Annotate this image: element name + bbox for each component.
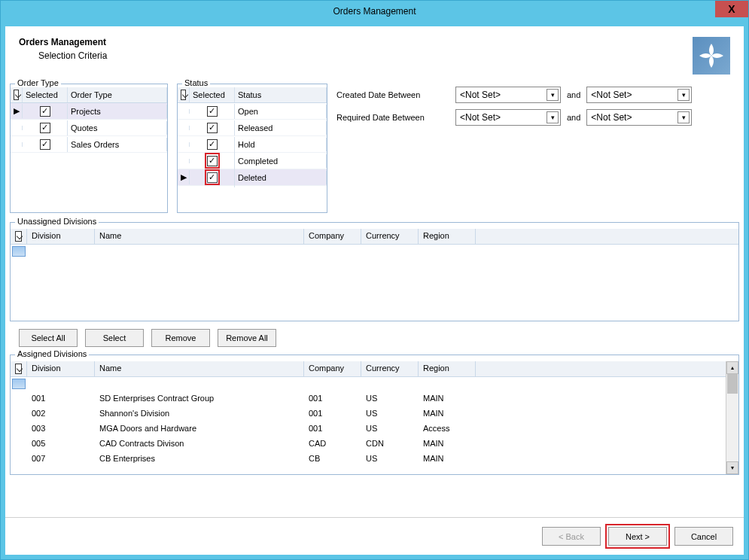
unassigned-col-currency[interactable]: Currency (361, 229, 419, 244)
assigned-row-currency: CDN (361, 437, 419, 449)
assigned-division-row[interactable]: 001 SD Enterprises Contract Group 001 US… (11, 391, 726, 406)
cancel-button[interactable]: Cancel (674, 527, 733, 546)
assigned-row-region: MAIN (419, 407, 476, 419)
status-header-checkbox[interactable] (181, 90, 186, 100)
status-row-checkbox[interactable] (207, 156, 218, 166)
status-legend: Status (182, 78, 210, 87)
status-row-checkbox[interactable] (207, 172, 218, 183)
order-type-legend: Order Type (15, 78, 61, 87)
assigned-division-row[interactable]: 002 Shannon's Division 001 US MAIN (11, 406, 726, 421)
close-button[interactable]: X (715, 1, 748, 17)
assigned-row-division: 002 (27, 407, 95, 419)
status-row-checkbox[interactable] (207, 123, 218, 133)
status-row-label: Released (235, 121, 327, 135)
assigned-row-division: 001 (27, 392, 95, 404)
remove-all-button[interactable]: Remove All (218, 329, 276, 347)
unassigned-col-division[interactable]: Division (27, 229, 95, 244)
assigned-row-division: 003 (27, 422, 95, 434)
row-indicator-icon (178, 159, 190, 163)
order-type-col-type[interactable]: Order Type (68, 87, 167, 102)
assigned-row-company: 001 (304, 422, 361, 434)
unassigned-header-checkbox[interactable] (15, 231, 22, 242)
status-row[interactable]: Released (178, 120, 327, 136)
scroll-down-icon[interactable]: ▾ (726, 461, 738, 474)
assigned-scrollbar[interactable]: ▴ ▾ (726, 361, 738, 474)
created-date-label: Created Date Between (336, 90, 449, 99)
select-all-button[interactable]: Select All (19, 329, 78, 347)
required-date-label: Required Date Between (336, 113, 449, 122)
app-logo-icon (693, 37, 730, 75)
chevron-down-icon: ▾ (677, 89, 690, 101)
assigned-row-division: 005 (27, 437, 95, 449)
status-row-checkbox[interactable] (207, 139, 218, 150)
order-type-row[interactable]: Sales Orders (11, 136, 167, 153)
assigned-division-row[interactable]: 007 CB Enterprises CB US MAIN (11, 451, 726, 466)
back-button[interactable]: < Back (542, 527, 601, 546)
row-indicator-icon: ▶ (11, 104, 23, 118)
assigned-row-company: CB (304, 452, 361, 464)
page-title: Orders Management (19, 37, 107, 47)
assigned-row-currency: US (361, 422, 419, 434)
created-date-from-combo[interactable]: <Not Set>▾ (455, 87, 561, 103)
orders-management-window: Orders Management X Orders Management Se… (0, 0, 749, 560)
order-type-row-label: Quotes (68, 121, 167, 135)
assigned-col-currency[interactable]: Currency (361, 361, 419, 376)
required-date-from-combo[interactable]: <Not Set>▾ (455, 109, 561, 126)
select-button[interactable]: Select (85, 329, 144, 347)
page-subtitle: Selection Criteria (19, 50, 107, 61)
filter-icon (12, 379, 26, 389)
assigned-header-checkbox[interactable] (15, 364, 22, 374)
status-col-status[interactable]: Status (235, 87, 327, 102)
created-date-to-combo[interactable]: <Not Set>▾ (586, 87, 692, 103)
order-type-row[interactable]: ▶ Projects (11, 103, 167, 120)
assigned-row-name: Shannon's Division (95, 407, 304, 419)
order-type-row-checkbox[interactable] (40, 106, 50, 117)
status-row-label: Completed (235, 154, 327, 168)
row-indicator-icon (178, 142, 190, 147)
chevron-down-icon: ▾ (547, 111, 559, 123)
assigned-row-region: MAIN (419, 392, 476, 404)
unassigned-col-name[interactable]: Name (95, 229, 304, 244)
assigned-row-currency: US (361, 407, 419, 419)
unassigned-filter-row[interactable] (11, 245, 738, 258)
assigned-col-name[interactable]: Name (95, 361, 304, 376)
order-type-header-checkbox[interactable] (14, 90, 19, 100)
scroll-thumb[interactable] (727, 374, 738, 394)
status-row-label: Hold (235, 138, 327, 151)
status-row-label: Open (235, 105, 327, 118)
assigned-row-company: 001 (304, 392, 361, 404)
date-filters: Created Date Between <Not Set>▾ and <Not… (336, 84, 739, 213)
order-type-row-label: Sales Orders (68, 138, 167, 151)
order-type-col-selected[interactable]: Selected (23, 87, 68, 102)
assigned-col-division[interactable]: Division (27, 361, 95, 376)
status-row-checkbox[interactable] (207, 106, 218, 117)
assigned-row-region: Access (419, 422, 476, 434)
assigned-row-region: MAIN (419, 452, 476, 464)
status-row[interactable]: ▶ Deleted (178, 169, 327, 186)
created-and-label: and (567, 90, 580, 99)
assigned-filter-row[interactable] (11, 377, 726, 391)
order-type-row[interactable]: Quotes (11, 120, 167, 136)
row-indicator-icon (178, 109, 190, 114)
filter-icon (12, 246, 26, 257)
status-row[interactable]: Open (178, 103, 327, 120)
assigned-division-row[interactable]: 003 MGA Doors and Hardware 001 US Access (11, 421, 726, 436)
assigned-row-division: 007 (27, 452, 95, 464)
order-type-row-checkbox[interactable] (40, 139, 50, 150)
next-button[interactable]: Next > (608, 527, 667, 546)
status-col-selected[interactable]: Selected (190, 87, 235, 102)
unassigned-col-company[interactable]: Company (304, 229, 361, 244)
assigned-row-region: MAIN (419, 437, 476, 449)
required-date-to-combo[interactable]: <Not Set>▾ (586, 109, 692, 126)
unassigned-col-region[interactable]: Region (419, 229, 476, 244)
order-type-row-checkbox[interactable] (40, 123, 50, 133)
row-indicator-icon: ▶ (178, 170, 190, 184)
status-row-label: Deleted (235, 171, 327, 184)
assigned-col-region[interactable]: Region (419, 361, 476, 376)
order-type-group: Order Type Selected Order Type ▶ Project… (10, 84, 168, 213)
scroll-up-icon[interactable]: ▴ (726, 361, 738, 374)
row-indicator-icon (11, 126, 23, 130)
assigned-col-company[interactable]: Company (304, 361, 361, 376)
remove-button[interactable]: Remove (151, 329, 210, 347)
assigned-division-row[interactable]: 005 CAD Contracts Divison CAD CDN MAIN (11, 436, 726, 451)
